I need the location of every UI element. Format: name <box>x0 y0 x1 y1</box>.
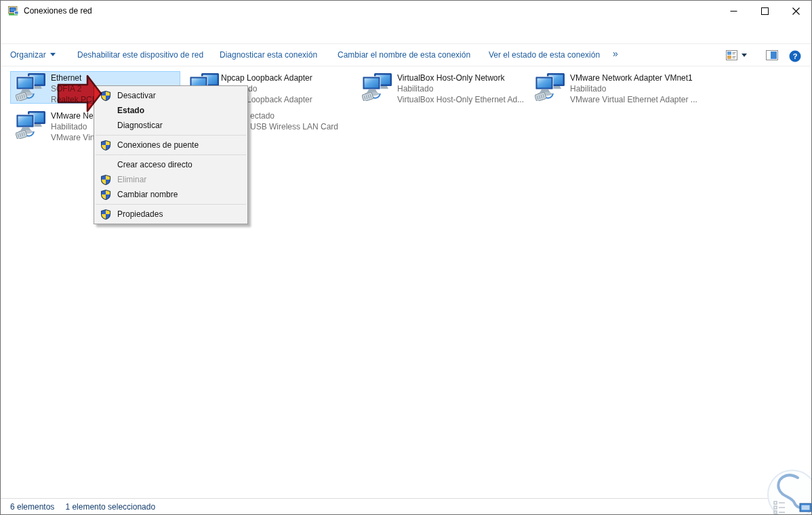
menu-separator <box>96 135 246 136</box>
selected-count: 1 elemento seleccionado <box>65 502 155 512</box>
adapters-area: Ethernet SOFIA 2 Realtek PCIe Npcap Loop… <box>1 66 811 498</box>
menu-item-label: Diagnosticar <box>117 121 163 130</box>
navigation-bar: › Panel de control › Redes e Internet › … <box>1 21 811 43</box>
command-overflow-button[interactable]: » <box>613 48 618 59</box>
titlebar: Conexiones de red <box>1 1 811 21</box>
adapter-status: Habilitado <box>570 83 697 94</box>
command-rename-connection[interactable]: Cambiar el nombre de esta conexión <box>338 50 470 60</box>
close-button[interactable] <box>780 1 811 21</box>
context-menu: Desactivar Estado Diagnosticar Conexione… <box>94 85 248 224</box>
menu-item-diagnosticar[interactable]: Diagnosticar <box>94 118 247 133</box>
adapter-item-virtualbox[interactable]: VirtualBox Host-Only Network Habilitado … <box>362 72 535 107</box>
organize-menu-button[interactable]: Organizar <box>10 50 56 60</box>
network-folder-icon <box>8 5 19 16</box>
menu-item-label: Conexiones de puente <box>117 140 199 150</box>
menu-item-conexiones-de-puente[interactable]: Conexiones de puente <box>94 138 247 152</box>
uac-shield-icon <box>100 174 111 185</box>
network-adapter-icon <box>535 73 566 101</box>
svg-text:?: ? <box>793 52 798 60</box>
adapter-name: VirtualBox Host-Only Network <box>397 73 524 83</box>
menu-item-propiedades[interactable]: Propiedades <box>94 207 247 222</box>
organize-label: Organizar <box>10 50 46 60</box>
minimize-button[interactable] <box>718 1 749 21</box>
menu-separator <box>96 154 246 155</box>
network-adapter-icon <box>16 73 47 101</box>
network-adapter-icon <box>362 73 393 101</box>
network-connections-window: Conexiones de red › <box>0 0 812 515</box>
menu-item-label: Crear acceso directo <box>117 160 192 169</box>
uac-shield-icon <box>100 209 111 220</box>
adapter-name: VMware Network Adapter VMnet1 <box>570 73 697 83</box>
adapter-name: Npcap Loopback Adapter <box>221 73 312 83</box>
adapter-device: VMware Virtual Ethernet Adapter ... <box>570 94 697 105</box>
uac-shield-icon <box>100 140 111 150</box>
close-icon <box>792 7 800 15</box>
window-title: Conexiones de red <box>24 6 92 16</box>
adapter-status: Habilitado <box>51 121 96 132</box>
uac-shield-icon <box>100 189 111 200</box>
help-icon: ? <box>789 50 801 62</box>
menu-item-crear-acceso-directo[interactable]: Crear acceso directo <box>94 157 247 172</box>
menu-separator <box>96 204 246 205</box>
adapter-status: Habilitado <box>397 83 524 94</box>
menu-item-estado[interactable]: Estado <box>94 103 247 118</box>
menu-item-label: Desactivar <box>117 91 156 100</box>
menu-item-cambiar-nombre[interactable]: Cambiar nombre <box>94 187 247 202</box>
menu-item-label: Propiedades <box>117 209 163 219</box>
adapter-device: USB Wireless LAN Card <box>250 121 338 132</box>
network-adapter-icon <box>16 110 47 139</box>
help-button[interactable]: ? <box>789 50 801 62</box>
triangle-down-icon <box>742 54 747 57</box>
red-arrow-annotation <box>56 74 104 113</box>
preview-pane-button[interactable] <box>766 50 778 60</box>
menu-item-label: Cambiar nombre <box>117 190 178 199</box>
menu-item-label: Eliminar <box>117 175 146 184</box>
command-diagnose-connection[interactable]: Diagnosticar esta conexión <box>220 50 317 60</box>
adapter-status: ectado <box>250 110 338 121</box>
maximize-button[interactable] <box>749 1 780 21</box>
command-disable-device[interactable]: Deshabilitar este dispositivo de red <box>77 50 203 60</box>
adapter-device: VMware Virt <box>51 132 96 143</box>
menu-item-label: Estado <box>117 106 144 115</box>
view-options-button[interactable] <box>726 50 747 60</box>
menu-item-desactivar[interactable]: Desactivar <box>94 88 247 103</box>
window-controls <box>718 1 811 21</box>
items-count: 6 elementos <box>10 502 54 512</box>
list-view-icon <box>726 50 737 60</box>
adapter-device: VirtualBox Host-Only Ethernet Ad... <box>397 94 524 105</box>
status-bar: 6 elementos 1 elemento seleccionado <box>1 498 811 514</box>
triangle-down-icon <box>50 53 56 56</box>
adapter-item-vmnet1[interactable]: VMware Network Adapter VMnet1 Habilitado… <box>535 72 708 107</box>
command-view-status[interactable]: Ver el estado de esta conexión <box>489 50 600 60</box>
menu-item-eliminar[interactable]: Eliminar <box>94 172 247 187</box>
minimize-icon <box>730 7 737 15</box>
preview-pane-icon <box>766 50 778 60</box>
maximize-icon <box>761 7 769 15</box>
command-bar: Organizar Deshabilitar este dispositivo … <box>1 43 811 66</box>
